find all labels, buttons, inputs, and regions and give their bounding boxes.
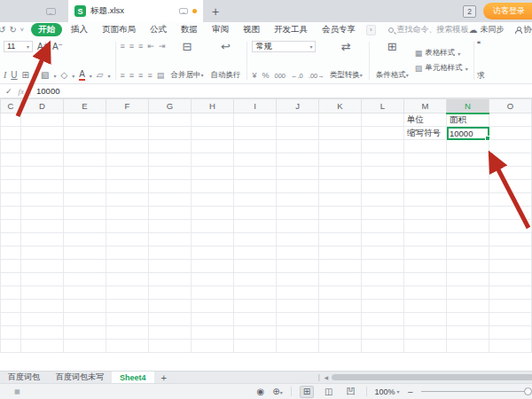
cell-I5[interactable] [234,167,277,180]
cell-I7[interactable] [234,193,277,207]
cell-K18[interactable] [319,340,362,353]
cell-F14[interactable] [106,286,149,300]
cell-M12[interactable] [404,260,447,273]
column-header-F[interactable]: F [106,99,149,113]
cell-L16[interactable] [362,313,404,326]
cell-J4[interactable] [277,153,319,167]
cell-D11[interactable] [21,246,64,260]
cell-L17[interactable] [362,326,404,340]
column-header-N[interactable]: N [447,99,489,113]
cell-E15[interactable] [64,300,106,313]
cell-F1[interactable] [106,113,149,127]
cell-N9[interactable] [447,220,489,233]
cell-C3[interactable] [1,140,21,153]
guest-login-button[interactable]: 访客登录 [483,3,532,20]
cell-D5[interactable] [21,167,64,180]
cell-K11[interactable] [319,246,362,260]
split-view-button[interactable]: ◫ [322,387,335,397]
align-top-icon[interactable]: ≡ [121,43,125,51]
column-header-L[interactable]: L [362,99,404,113]
cell-E2[interactable] [64,127,106,140]
cell-G7[interactable] [149,193,192,207]
cell-L15[interactable] [362,300,404,313]
cell-G8[interactable] [149,207,192,220]
cell-N18[interactable] [447,340,489,353]
cell-C6[interactable] [1,180,21,193]
column-header-G[interactable]: G [149,99,192,113]
cell-F17[interactable] [106,326,149,340]
cell-O1[interactable] [489,113,532,127]
cell-E17[interactable] [64,326,106,340]
cell-N1[interactable]: 面积 [447,113,489,127]
sum-group-partial[interactable]: ❝ 求 [477,40,485,82]
increase-decimal-icon[interactable]: ←.0 [291,72,303,80]
cell-G6[interactable] [149,180,192,193]
cell-M11[interactable] [404,246,447,260]
cell-H6[interactable] [192,180,234,193]
cell-O5[interactable] [489,167,532,180]
cell-H12[interactable] [192,260,234,273]
cell-E18[interactable] [64,340,106,353]
cell-I14[interactable] [234,286,277,300]
sync-status[interactable]: ☁ 未同步 [469,24,505,35]
type-convert-button[interactable]: ⇄ 类型转换▾ [326,40,366,82]
cell-C18[interactable] [1,340,21,353]
cell-M14[interactable] [404,286,447,300]
menu-item-3[interactable]: 页面布局 [95,23,143,36]
cell-K2[interactable] [319,127,362,140]
cell-C16[interactable] [1,313,21,326]
cell-O6[interactable] [489,180,532,193]
cell-D4[interactable] [21,153,64,167]
cell-I1[interactable] [234,113,277,127]
fill-color-icon[interactable]: ◇ [60,71,67,80]
eye-icon[interactable]: ◉ [257,387,265,396]
decrease-font-icon[interactable]: A⁻ [52,42,63,51]
cell-G15[interactable] [149,300,192,313]
cell-F10[interactable] [106,233,149,246]
cell-J2[interactable] [277,127,319,140]
cell-D9[interactable] [21,220,64,233]
menu-item-6[interactable]: 审阅 [205,23,236,36]
cell-O3[interactable] [489,140,532,153]
cell-N14[interactable] [447,286,489,300]
cell-H1[interactable] [192,113,234,127]
cell-N4[interactable] [447,153,489,167]
menu-item-4[interactable]: 公式 [143,23,174,36]
cell-F2[interactable] [106,127,149,140]
cell-K8[interactable] [319,207,362,220]
cell-H14[interactable] [192,286,234,300]
cell-G10[interactable] [149,233,192,246]
cell-H10[interactable] [192,233,234,246]
cell-I2[interactable] [234,127,277,140]
cell-F8[interactable] [106,207,149,220]
cell-G2[interactable] [149,127,192,140]
cell-D3[interactable] [21,140,64,153]
cell-E8[interactable] [64,207,106,220]
cell-L12[interactable] [362,260,404,273]
cell-O14[interactable] [489,286,532,300]
cell-I9[interactable] [234,220,277,233]
cell-G1[interactable] [149,113,192,127]
cell-J16[interactable] [277,313,319,326]
cell-J15[interactable] [277,300,319,313]
cell-I4[interactable] [234,153,277,167]
cell-K9[interactable] [319,220,362,233]
cell-N2[interactable]: 10000 [447,127,489,140]
cell-H15[interactable] [192,300,234,313]
cell-H2[interactable] [192,127,234,140]
cell-L1[interactable] [362,113,404,127]
normal-view-button[interactable]: ⊞ [300,386,314,398]
cell-O12[interactable] [489,260,532,273]
cell-H11[interactable] [192,246,234,260]
cell-I8[interactable] [234,207,277,220]
cell-C5[interactable] [1,167,21,180]
font-size-dropdown[interactable]: 11 ▾ [4,41,33,52]
menu-item-1[interactable]: 开始 [31,23,62,36]
cell-L6[interactable] [362,180,404,193]
increase-indent-icon[interactable]: ⇥ [159,43,166,51]
cell-C14[interactable] [1,286,21,300]
cell-M17[interactable] [404,326,447,340]
cell-K16[interactable] [319,313,362,326]
cell-L7[interactable] [362,193,404,207]
cell-L5[interactable] [362,167,404,180]
